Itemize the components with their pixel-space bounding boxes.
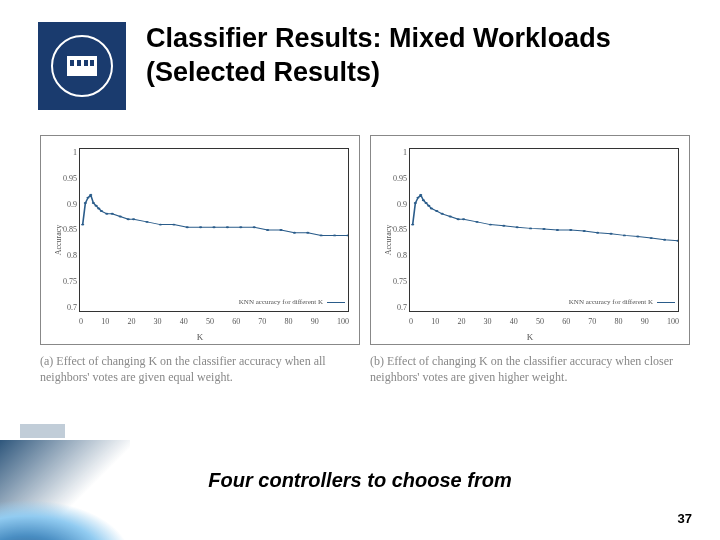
xtick: 60 (562, 317, 570, 326)
xtick: 0 (409, 317, 413, 326)
xtick: 40 (180, 317, 188, 326)
ytick: 0.7 (383, 303, 407, 312)
svg-point-21 (253, 226, 256, 228)
xtick: 60 (232, 317, 240, 326)
xtick: 100 (667, 317, 679, 326)
ytick: 0.9 (383, 200, 407, 209)
svg-point-44 (502, 225, 505, 227)
xtick: 20 (457, 317, 465, 326)
svg-point-27 (333, 234, 336, 236)
svg-point-3 (89, 194, 92, 196)
xtick: 10 (431, 317, 439, 326)
svg-point-47 (542, 228, 545, 230)
page-number: 37 (678, 511, 692, 526)
chart-b-legend: KNN accuracy for different K (569, 298, 675, 306)
svg-point-13 (145, 221, 148, 223)
svg-point-34 (424, 202, 427, 204)
xtick: 80 (615, 317, 623, 326)
svg-point-53 (623, 234, 626, 236)
chart-a-plot (79, 148, 349, 312)
xtick: 70 (258, 317, 266, 326)
svg-point-18 (212, 226, 215, 228)
xtick: 70 (588, 317, 596, 326)
svg-point-19 (226, 226, 229, 228)
ytick: 0.95 (383, 174, 407, 183)
svg-point-46 (529, 227, 532, 229)
chart-b-plot (409, 148, 679, 312)
ytick: 0.95 (53, 174, 77, 183)
xtick: 10 (101, 317, 109, 326)
chart-a-legend: KNN accuracy for different K (239, 298, 345, 306)
svg-point-32 (419, 194, 422, 196)
chart-a-xlabel: K (197, 332, 204, 342)
svg-point-45 (516, 226, 519, 228)
svg-point-33 (422, 199, 425, 201)
svg-point-42 (475, 221, 478, 223)
svg-point-48 (556, 229, 559, 231)
ytick: 0.75 (53, 277, 77, 286)
svg-point-43 (489, 224, 492, 226)
svg-point-38 (441, 213, 444, 215)
chart-b-xticks: 0 10 20 30 40 50 60 70 80 90 100 (409, 317, 679, 326)
svg-point-16 (186, 226, 189, 228)
svg-point-5 (94, 205, 97, 207)
svg-point-2 (86, 197, 89, 199)
svg-point-40 (457, 218, 460, 220)
chart-a-series (80, 149, 348, 311)
svg-point-30 (414, 202, 417, 204)
caption-b: (b) Effect of changing K on the classifi… (370, 353, 690, 385)
svg-point-9 (111, 213, 114, 215)
svg-point-24 (293, 232, 296, 234)
xtick: 100 (337, 317, 349, 326)
xtick: 50 (536, 317, 544, 326)
svg-point-51 (596, 232, 599, 234)
svg-point-1 (84, 202, 87, 204)
svg-point-54 (636, 236, 639, 238)
slide-subtitle: Four controllers to choose from (0, 469, 720, 492)
xtick: 80 (285, 317, 293, 326)
svg-point-14 (159, 224, 162, 226)
legend-text: KNN accuracy for different K (569, 298, 653, 306)
svg-point-0 (81, 224, 84, 226)
svg-point-29 (411, 224, 414, 226)
xtick: 40 (510, 317, 518, 326)
svg-point-4 (92, 202, 95, 204)
ytick: 0.9 (53, 200, 77, 209)
legend-text: KNN accuracy for different K (239, 298, 323, 306)
svg-point-52 (609, 233, 612, 235)
svg-point-37 (435, 210, 438, 212)
legend-line-icon (327, 302, 345, 303)
svg-point-7 (100, 210, 103, 212)
svg-point-25 (306, 232, 309, 234)
ytick: 0.75 (383, 277, 407, 286)
svg-point-6 (97, 207, 100, 209)
xtick: 30 (154, 317, 162, 326)
chart-b: Accuracy 1 0.95 0.9 0.85 0.8 0.75 0.7 0 … (370, 135, 690, 345)
xtick: 30 (484, 317, 492, 326)
chart-b-series (410, 149, 678, 311)
university-logo (38, 22, 126, 110)
svg-point-8 (105, 213, 108, 215)
svg-point-26 (320, 234, 323, 236)
svg-point-56 (663, 239, 666, 241)
caption-a: (a) Effect of changing K on the classifi… (40, 353, 360, 385)
xtick: 20 (127, 317, 135, 326)
svg-point-57 (676, 240, 678, 242)
ytick: 0.8 (383, 251, 407, 260)
xtick: 0 (79, 317, 83, 326)
svg-point-28 (346, 234, 348, 236)
svg-point-35 (427, 205, 430, 207)
legend-line-icon (657, 302, 675, 303)
logo-seal (51, 35, 113, 97)
svg-point-12 (132, 218, 135, 220)
chart-a-xticks: 0 10 20 30 40 50 60 70 80 90 100 (79, 317, 349, 326)
charts-row: Accuracy 1 0.95 0.9 0.85 0.8 0.75 0.7 0 … (40, 135, 690, 345)
chart-b-yticks: 1 0.95 0.9 0.85 0.8 0.75 0.7 (383, 148, 407, 312)
xtick: 50 (206, 317, 214, 326)
xtick: 90 (641, 317, 649, 326)
logo-building-icon (67, 56, 97, 76)
svg-point-55 (650, 237, 653, 239)
svg-point-10 (119, 216, 122, 218)
svg-point-17 (199, 226, 202, 228)
chart-captions: (a) Effect of changing K on the classifi… (40, 353, 690, 385)
